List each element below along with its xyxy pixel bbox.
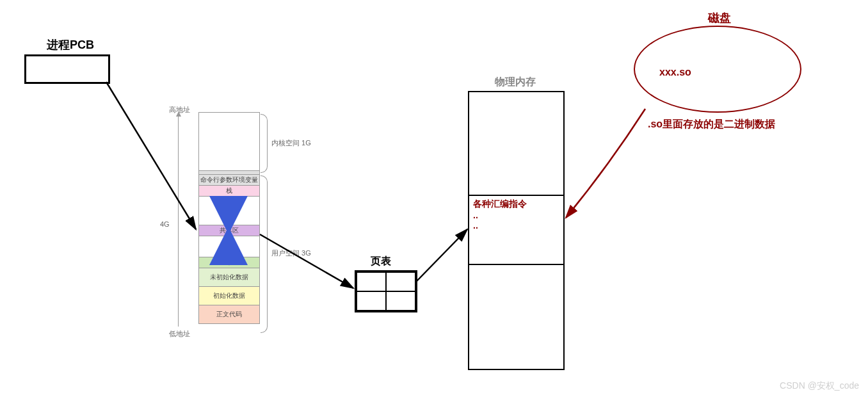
page-table-cell [357, 272, 386, 291]
total-size-label: 4G [160, 220, 170, 228]
stack-gap-region [199, 196, 259, 225]
watermark: CSDN @安权_code [780, 380, 859, 392]
page-table-grid [355, 270, 417, 312]
arrow-disk-to-physmem [566, 109, 645, 218]
disk-file-label: xxx.so [659, 67, 691, 78]
phys-mem-title: 物理内存 [495, 76, 536, 89]
arrow-pcb-to-mem [106, 82, 196, 229]
virtual-memory-layout: 命令行参数环境变量 栈 共享区 堆 未初始化数据 初始化数据 正文代码 [198, 112, 260, 324]
shared-region: 共享区 [199, 225, 259, 236]
phys-mem-line2: .. [473, 210, 559, 220]
low-address-label: 低地址 [169, 329, 190, 339]
phys-mem-region-mid: 各种汇编指令 .. .. [469, 196, 563, 265]
heap-region: 堆 [199, 257, 259, 268]
disk-note: .so里面存放的是二进制数据 [648, 118, 775, 131]
page-table-cell [386, 272, 415, 291]
arrow-pagetable-to-physmem [416, 229, 467, 282]
pcb-box [24, 54, 110, 84]
data-region: 初始化数据 [199, 286, 259, 305]
address-axis-arrow [178, 115, 179, 327]
user-brace [261, 175, 268, 333]
text-region: 正文代码 [199, 305, 259, 323]
bss-region: 未初始化数据 [199, 268, 259, 286]
phys-mem-line1: 各种汇编指令 [473, 199, 559, 210]
stack-region: 栈 [199, 185, 259, 196]
high-address-label: 高地址 [169, 105, 190, 115]
cmdline-env-region: 命令行参数环境变量 [199, 174, 259, 185]
physical-memory-box: 各种汇编指令 .. .. [468, 91, 565, 370]
kernel-brace-label: 内核空间 1G [271, 138, 311, 148]
arrow-mem-to-pagetable [260, 234, 353, 288]
kernel-space-region [199, 113, 259, 170]
phys-mem-region-top [469, 92, 563, 196]
page-table-title: 页表 [371, 255, 391, 268]
disk-title: 磁盘 [708, 10, 731, 26]
heap-gap-region [199, 236, 259, 257]
phys-mem-region-bot [469, 265, 563, 369]
pcb-title: 进程PCB [47, 37, 94, 53]
phys-mem-line3: .. [473, 220, 559, 231]
kernel-brace [261, 114, 268, 173]
page-table-cell [386, 291, 415, 311]
user-brace-label: 用户空间 3G [271, 248, 311, 258]
page-table-cell [357, 291, 386, 311]
